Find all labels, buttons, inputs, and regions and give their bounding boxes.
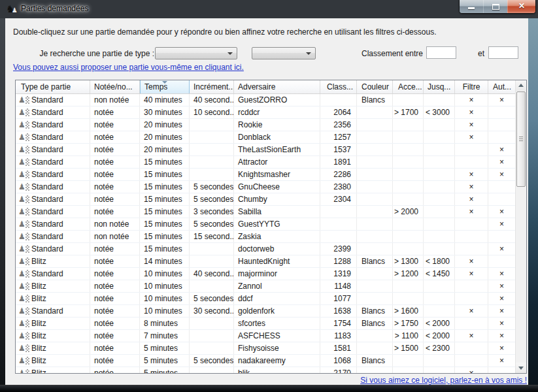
- scroll-up-button[interactable]: [516, 80, 526, 91]
- header-rating[interactable]: Class...: [320, 80, 357, 93]
- type-cell: ♟Standard: [16, 193, 90, 205]
- increment-cell: 15 second...: [190, 231, 234, 242]
- color-cell: [357, 342, 393, 354]
- filter-cell: [455, 355, 488, 367]
- opponent-cell: GuestZORRO: [234, 94, 320, 106]
- color-cell: [357, 206, 393, 218]
- chess-pawn-icon: ♟: [18, 158, 29, 167]
- time-cell: 20 minutes: [140, 131, 190, 143]
- table-row[interactable]: ♟Blitz notée 5 minutes 5 secondes nadaka…: [16, 355, 515, 367]
- table-row[interactable]: ♟Standard notée 15 minutes doctorweb 239…: [16, 243, 515, 255]
- table-row[interactable]: ♟Blitz notée 10 minutes Zannol 1148 ×: [16, 280, 515, 293]
- table-row[interactable]: ♟Standard non notée 15 minutes 15 second…: [16, 231, 515, 243]
- chess-pawn-icon: ♟: [18, 183, 29, 191]
- rated-cell: notée: [90, 330, 140, 342]
- header-time[interactable]: Temps: [140, 80, 190, 93]
- table-row[interactable]: ♟Blitz notée 5 minutes Fishysoisse 1581 …: [16, 342, 515, 355]
- increment-cell: 40 second...: [190, 94, 234, 106]
- filter-cell: ×: [455, 330, 488, 342]
- up-to-cell: [424, 119, 455, 131]
- table-row[interactable]: ♟Blitz notée 14 minutes HauntedKnight 12…: [16, 255, 515, 268]
- header-auto[interactable]: Aut...: [488, 80, 515, 93]
- time-cell: 15 minutes: [140, 218, 190, 230]
- type-cell: ♟Standard: [16, 206, 90, 218]
- table-row[interactable]: ♟Standard non notée 15 minutes 5 seconde…: [16, 218, 515, 231]
- table-row[interactable]: ♟Standard notée 20 minutes Rookie 2356 ×: [16, 119, 515, 131]
- accept-from-cell: > 1300: [393, 255, 424, 267]
- type-cell: ♟Standard: [16, 181, 90, 193]
- up-to-cell: [424, 355, 455, 367]
- table-row[interactable]: ♟Standard notée 20 minutes Donblack 1257…: [16, 131, 515, 144]
- up-to-cell: [424, 94, 455, 106]
- table-row[interactable]: ♟Blitz notée 7 minutes ASFCHESS 1183 > 1…: [16, 330, 515, 342]
- table-row[interactable]: ♟Standard notée 15 minutes 5 secondes Ch…: [16, 193, 515, 206]
- header-up-to[interactable]: Jusq...: [424, 80, 455, 93]
- table-row[interactable]: ♟Standard notée 10 minutes 40 second... …: [16, 268, 515, 280]
- time-cell: 15 minutes: [140, 243, 190, 255]
- window-title: Parties demandées: [21, 4, 88, 13]
- header-type[interactable]: Type de partie: [16, 80, 90, 93]
- table-row[interactable]: ♟Standard notée 20 minutes TheLastSionEa…: [16, 144, 515, 156]
- scrollbar-thumb[interactable]: [516, 91, 526, 187]
- table-body: ♟Standard non notée 40 minutes 40 second…: [16, 94, 515, 373]
- header-rated[interactable]: Notée/no...: [90, 80, 140, 93]
- rated-cell: notée: [90, 119, 140, 131]
- rating-max-input[interactable]: [488, 46, 518, 59]
- share-software-link[interactable]: Si vous aimez ce logiciel, parlez-en à v…: [360, 376, 527, 385]
- up-to-cell: [424, 280, 455, 292]
- rating-between-label: Classement entre: [361, 49, 422, 58]
- filter-cell: ×: [455, 206, 488, 218]
- filter-cell: ×: [455, 119, 488, 131]
- chess-pawn-icon: ♟: [18, 369, 29, 374]
- accept-from-cell: [393, 231, 424, 242]
- table-row[interactable]: ♟Standard notée 10 minutes 30 second... …: [16, 305, 515, 318]
- game-type-label: Je recherche une partie de type :: [29, 49, 154, 58]
- increment-cell: [190, 318, 234, 329]
- table-header: Type de partie Notée/no... Temps Incréme…: [16, 80, 515, 94]
- table-row[interactable]: ♟Standard non notée 40 minutes 40 second…: [16, 94, 515, 106]
- accept-from-cell: [393, 218, 424, 230]
- rating-cell: 2064: [320, 106, 357, 118]
- table-row[interactable]: ♟Standard notée 15 minutes Attractor 189…: [16, 156, 515, 169]
- opponent-cell: Donblack: [234, 131, 320, 143]
- table-row[interactable]: ♟Standard notée 15 minutes 5 secondes Gn…: [16, 181, 515, 193]
- table-row[interactable]: ♟Blitz notée 10 minutes 5 secondes ddcf …: [16, 293, 515, 305]
- table-row[interactable]: ♟Blitz notée 5 minutes blik 2170 ×: [16, 367, 515, 373]
- table-row[interactable]: ♟Standard notée 15 minutes 3 secondes Sa…: [16, 206, 515, 218]
- auto-cell: [488, 231, 515, 242]
- chess-pawn-icon: ♟: [18, 270, 29, 278]
- color-cell: [357, 293, 393, 304]
- maximize-button[interactable]: [483, 0, 507, 13]
- header-filter[interactable]: Filtre: [455, 80, 488, 93]
- table-row[interactable]: ♟Standard notée 30 minutes 10 second... …: [16, 106, 515, 119]
- filter-cell: [455, 218, 488, 230]
- propose-game-link[interactable]: Vous pouvez aussi proposer une partie vo…: [13, 63, 244, 72]
- type-cell: ♟Standard: [16, 119, 90, 131]
- header-increment[interactable]: Incrément...: [190, 80, 234, 93]
- vertical-scrollbar[interactable]: [515, 80, 526, 373]
- game-type-dropdown[interactable]: [155, 47, 237, 59]
- seek-table: Type de partie Notée/no... Temps Incréme…: [15, 80, 527, 374]
- increment-cell: [190, 144, 234, 155]
- table-row[interactable]: ♟Blitz notée 8 minutes sfcortes 1754 Bla…: [16, 318, 515, 330]
- table-row[interactable]: ♟Standard notée 15 minutes Knightsmasher…: [16, 169, 515, 181]
- increment-cell: 3 secondes: [190, 206, 234, 218]
- rating-cell: 2380: [320, 181, 357, 193]
- scroll-down-button[interactable]: [516, 363, 526, 373]
- header-color[interactable]: Couleur: [357, 80, 393, 93]
- opponent-cell: Zannol: [234, 280, 320, 292]
- rating-cell: 1754: [320, 318, 357, 329]
- rating-cell: [320, 218, 357, 230]
- opponent-cell: Sabilla: [234, 206, 320, 218]
- opponent-cell: Rookie: [234, 119, 320, 131]
- type-cell: ♟Standard: [16, 243, 90, 255]
- minimize-button[interactable]: [460, 0, 483, 13]
- header-accept-from[interactable]: Acce...: [393, 80, 424, 93]
- header-opponent[interactable]: Adversaire: [234, 80, 320, 93]
- close-button[interactable]: [507, 0, 535, 13]
- accept-from-cell: [393, 280, 424, 292]
- rating-cell: 1077: [320, 293, 357, 304]
- secondary-dropdown[interactable]: [252, 47, 316, 59]
- rating-min-input[interactable]: [426, 46, 456, 59]
- type-cell: ♟Blitz: [16, 367, 90, 373]
